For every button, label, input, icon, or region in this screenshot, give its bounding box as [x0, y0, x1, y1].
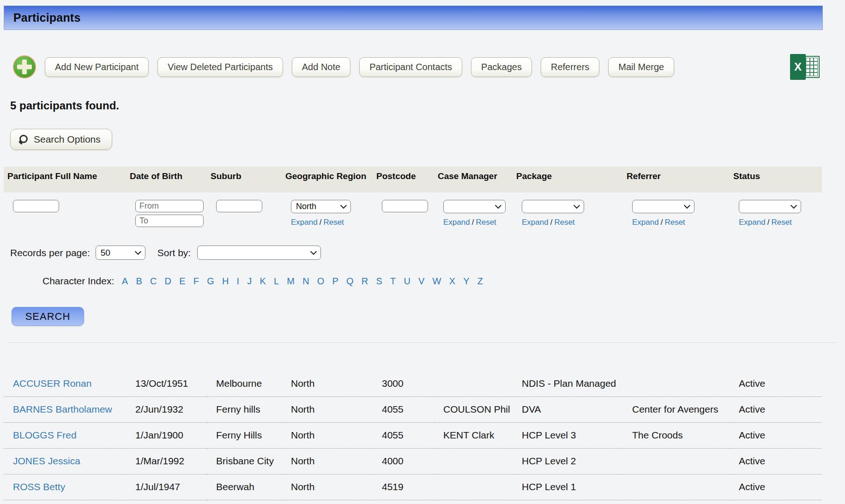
participant-name-link[interactable]: ACCUSER Ronan — [13, 378, 91, 389]
chevron-down-icon — [310, 248, 317, 255]
participant-name-cell: ROSS Betty — [4, 474, 126, 500]
char-index-letter-s[interactable]: S — [372, 276, 386, 287]
char-index-letter-r[interactable]: R — [357, 276, 372, 287]
char-index-letter-u[interactable]: U — [400, 276, 415, 287]
referrer-filter-select[interactable] — [632, 200, 694, 213]
participant-referrer-cell: Center for Avengers — [623, 396, 730, 422]
add-note-button[interactable]: Add Note — [292, 57, 350, 77]
char-index-letter-q[interactable]: Q — [342, 276, 357, 287]
participant-row: ROSS Betty1/Jul/1947BeerwahNorth4519HCP … — [4, 474, 822, 500]
results-summary: 5 participants found. — [10, 99, 845, 112]
char-index-letter-v[interactable]: V — [414, 276, 429, 287]
participant-case-manager-cell — [434, 474, 513, 500]
referrer-expand-link[interactable]: Expand — [632, 218, 659, 227]
char-index-letter-e[interactable]: E — [175, 276, 190, 287]
records-per-page-select[interactable]: 50 — [96, 246, 145, 260]
region-filter-select[interactable]: North — [291, 200, 351, 213]
char-index-letter-g[interactable]: G — [203, 276, 218, 287]
column-header-package: Package — [513, 167, 623, 192]
char-index-letter-z[interactable]: Z — [473, 276, 487, 287]
filter-widgets-row: North Expand/Reset Expand/Reset — [4, 192, 822, 234]
excel-x-glyph: X — [790, 54, 806, 80]
participant-name-link[interactable]: JONES Jessica — [13, 456, 80, 466]
postcode-filter-input[interactable] — [382, 200, 428, 212]
char-index-letter-b[interactable]: B — [132, 276, 146, 287]
status-reset-link[interactable]: Reset — [771, 218, 791, 227]
char-index-letter-h[interactable]: H — [218, 276, 233, 287]
suburb-filter-input[interactable] — [216, 200, 262, 212]
participant-dob-cell: 13/Oct/1951 — [126, 371, 207, 396]
char-index-letter-p[interactable]: P — [328, 276, 343, 287]
search-options-button[interactable]: Search Options — [10, 129, 112, 150]
participant-row: JONES Jessica1/Mar/1992Brisbane CityNort… — [4, 448, 822, 474]
character-index-letters: ABCDEFGHIJKLMNOPQRSTUVWXYZ — [118, 276, 487, 287]
add-participant-plus-icon[interactable] — [13, 55, 36, 78]
status-filter-select[interactable] — [739, 200, 801, 213]
participant-region-cell: North — [282, 422, 373, 448]
char-index-letter-w[interactable]: W — [429, 276, 445, 287]
referrers-button[interactable]: Referrers — [541, 57, 599, 77]
dob-to-input[interactable] — [135, 215, 204, 227]
char-index-letter-t[interactable]: T — [386, 276, 399, 287]
participant-postcode-cell: 4000 — [373, 448, 434, 474]
char-index-letter-m[interactable]: M — [283, 276, 299, 287]
char-index-letter-o[interactable]: O — [313, 276, 328, 287]
region-filter-links: Expand/Reset — [291, 218, 373, 227]
package-filter-select[interactable] — [522, 200, 584, 213]
participant-status-cell: Active — [730, 474, 822, 500]
participant-postcode-cell: 4055 — [373, 422, 434, 448]
case-manager-expand-link[interactable]: Expand — [443, 218, 470, 227]
char-index-letter-f[interactable]: F — [189, 276, 203, 287]
search-options-label: Search Options — [34, 134, 101, 145]
participant-name-link[interactable]: ROSS Betty — [13, 481, 65, 492]
char-index-letter-j[interactable]: J — [243, 276, 256, 287]
status-filter-links: Expand/Reset — [739, 218, 822, 227]
participant-name-link[interactable]: BARNES Bartholamew — [13, 404, 112, 414]
char-index-letter-a[interactable]: A — [118, 276, 132, 287]
case-manager-reset-link[interactable]: Reset — [476, 218, 496, 227]
char-index-letter-d[interactable]: D — [161, 276, 175, 287]
search-button[interactable]: SEARCH — [12, 307, 84, 326]
excel-export-icon[interactable]: X — [790, 54, 820, 80]
participant-package-cell: DVA — [513, 396, 623, 422]
char-index-letter-c[interactable]: C — [146, 276, 161, 287]
char-index-letter-x[interactable]: X — [445, 276, 459, 287]
participant-dob-cell: 1/Jan/1900 — [126, 422, 207, 448]
packages-button[interactable]: Packages — [471, 57, 532, 77]
participant-name-link[interactable]: BLOGGS Fred — [13, 430, 77, 440]
participant-contacts-button[interactable]: Participant Contacts — [359, 57, 462, 77]
package-filter-links: Expand/Reset — [522, 218, 623, 227]
view-deleted-participants-button[interactable]: View Deleted Participants — [157, 57, 283, 77]
case-manager-filter-select[interactable] — [443, 200, 506, 213]
participant-postcode-cell: 4519 — [373, 474, 434, 500]
participant-postcode-cell: 4055 — [373, 396, 434, 422]
participant-suburb-cell: Brisbane City — [207, 448, 282, 474]
participant-package-cell: NDIS - Plan Managed — [513, 371, 623, 396]
participant-package-cell: HCP Level 3 — [513, 422, 623, 448]
dob-from-input[interactable] — [135, 200, 204, 212]
mail-merge-button[interactable]: Mail Merge — [608, 57, 674, 77]
participant-row: BLOGGS Fred1/Jan/1900Ferny HillsNorth405… — [4, 422, 822, 448]
referrer-reset-link[interactable]: Reset — [664, 218, 685, 227]
package-reset-link[interactable]: Reset — [554, 218, 574, 227]
add-new-participant-button[interactable]: Add New Participant — [45, 57, 149, 77]
sort-by-select[interactable] — [197, 246, 321, 260]
participant-region-cell: North — [282, 474, 373, 500]
status-expand-link[interactable]: Expand — [739, 218, 766, 227]
char-index-letter-n[interactable]: N — [299, 276, 314, 287]
column-header-geographic-region: Geographic Region — [282, 167, 373, 192]
column-header-status: Status — [730, 167, 822, 192]
region-reset-link[interactable]: Reset — [323, 218, 344, 227]
char-index-letter-i[interactable]: I — [233, 276, 243, 287]
char-index-letter-y[interactable]: Y — [459, 276, 474, 287]
char-index-letter-k[interactable]: K — [256, 276, 270, 287]
chevron-down-icon — [495, 202, 501, 209]
full-name-filter-input[interactable] — [13, 200, 59, 212]
participant-row: BARNES Bartholamew2/Jun/1932Ferny hillsN… — [4, 396, 822, 422]
char-index-letter-l[interactable]: L — [270, 276, 283, 287]
page-title: Participants — [4, 11, 81, 24]
participant-name-cell: ACCUSER Ronan — [4, 371, 126, 396]
region-expand-link[interactable]: Expand — [291, 218, 318, 227]
referrer-filter-links: Expand/Reset — [632, 218, 730, 227]
package-expand-link[interactable]: Expand — [522, 218, 549, 227]
